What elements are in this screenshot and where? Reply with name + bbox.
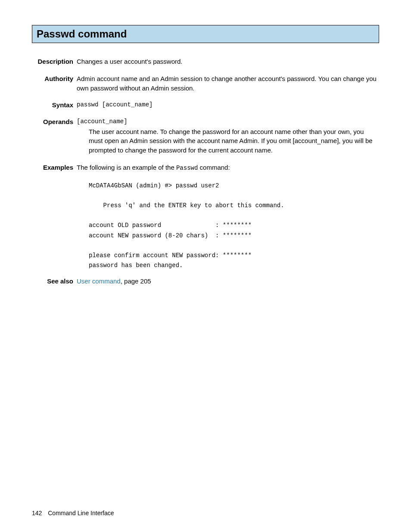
footer-page-number: 142: [32, 510, 42, 516]
examples-body: The following is an example of the Passw…: [77, 163, 379, 271]
label-see-also: See also: [32, 277, 77, 286]
page-title-text: Passwd command: [37, 28, 127, 40]
footer-section: Command Line Interface: [48, 510, 114, 516]
label-operands: Operands: [32, 117, 77, 126]
document-page: Passwd command Description Changes a use…: [0, 0, 411, 532]
operands-body: [account_name] The user account name. To…: [77, 117, 379, 155]
example-intro: The following is an example of the Passw…: [77, 163, 379, 172]
title-underline: [32, 43, 379, 43]
see-also-suffix: , page 205: [121, 277, 151, 285]
page-title: Passwd command: [32, 25, 379, 43]
row-description: Description Changes a user account's pas…: [32, 57, 379, 66]
text-description: Changes a user account's password.: [77, 57, 379, 66]
row-examples: Examples The following is an example of …: [32, 163, 379, 271]
label-examples: Examples: [32, 163, 77, 172]
see-also-body: User command, page 205: [77, 277, 379, 286]
row-syntax: Syntax passwd [account_name]: [32, 100, 379, 109]
operand-name: [account_name]: [77, 117, 379, 126]
text-authority: Admin account name and an Admin session …: [77, 74, 379, 93]
example-code-block: McDATA4GbSAN (admin) #> passwd user2 Pre…: [89, 181, 379, 271]
row-see-also: See also User command, page 205: [32, 277, 379, 286]
label-syntax: Syntax: [32, 100, 77, 109]
see-also-link[interactable]: User command: [77, 277, 121, 285]
page-footer: 142 Command Line Interface: [32, 510, 114, 516]
example-intro-cmd: Passwd: [176, 165, 198, 171]
row-operands: Operands [account_name] The user account…: [32, 117, 379, 155]
example-intro-pre: The following is an example of the: [77, 164, 176, 171]
example-intro-post: command:: [198, 164, 230, 171]
operand-description: The user account name. To change the pas…: [89, 127, 379, 155]
label-authority: Authority: [32, 74, 77, 83]
text-syntax: passwd [account_name]: [77, 100, 379, 109]
label-description: Description: [32, 57, 77, 66]
row-authority: Authority Admin account name and an Admi…: [32, 74, 379, 93]
